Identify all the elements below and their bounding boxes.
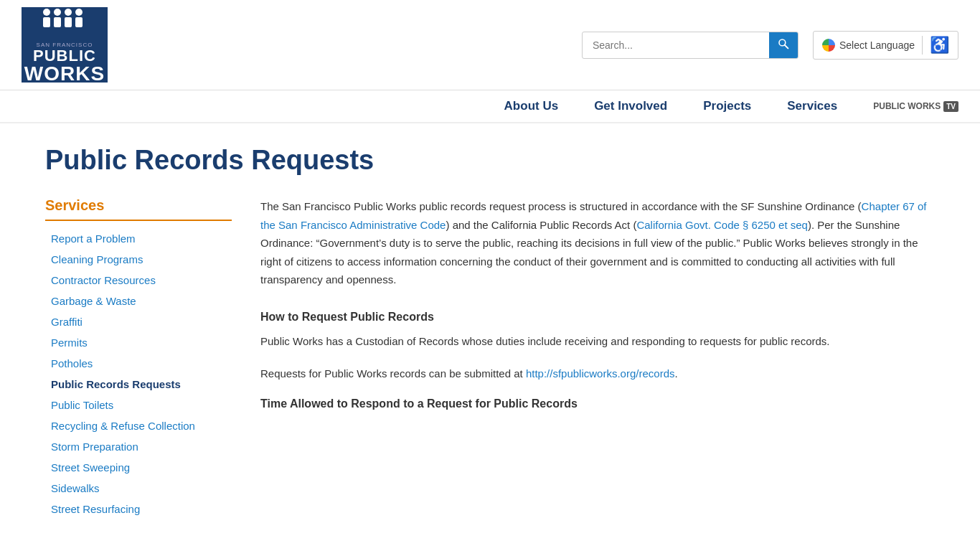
nav-get-involved[interactable]: Get Involved [594,99,667,113]
svg-rect-6 [65,17,72,27]
svg-rect-5 [54,17,61,27]
svg-rect-7 [75,17,83,27]
pw-tv-box: TV [943,101,958,112]
svg-point-3 [75,9,83,16]
sidebar-item-storm-preparation[interactable]: Storm Preparation [45,436,232,457]
section2-heading: Time Allowed to Respond to a Request for… [260,397,935,410]
google-icon [822,39,835,52]
svg-point-2 [65,9,72,16]
link-chapter-67[interactable]: Chapter 67 of the San Francisco Administ… [260,200,927,231]
logo-area: SAN FRANCISCO PUBLIC WORKS [22,7,108,83]
page-content: Public Records Requests Services Report … [24,123,956,541]
section1-heading: How to Request Public Records [260,311,935,324]
sidebar-item-permits[interactable]: Permits [45,332,232,353]
link-sfpublicworks-records[interactable]: http://sfpublicworks.org/records [526,367,675,380]
sidebar-item-report-a-problem[interactable]: Report a Problem [45,228,232,249]
main-content: The San Francisco Public Works public re… [260,197,935,519]
sidebar-item-potholes[interactable]: Potholes [45,353,232,374]
header: SAN FRANCISCO PUBLIC WORKS Select Langua… [0,0,980,90]
search-button[interactable] [769,32,798,58]
select-language-button[interactable]: Select Language ♿ [813,31,958,60]
sidebar-item-garbage-waste[interactable]: Garbage & Waste [45,291,232,311]
sidebar: Services Report a Problem Cleaning Progr… [45,197,232,519]
svg-line-9 [785,44,788,48]
section1-body1: Public Works has a Custodian of Records … [260,332,935,351]
svg-rect-4 [43,17,50,27]
svg-point-0 [43,9,50,16]
search-input[interactable] [583,34,769,57]
logo-works-text: WORKS [24,64,105,84]
logo[interactable]: SAN FRANCISCO PUBLIC WORKS [22,7,108,83]
sidebar-item-recycling-refuse[interactable]: Recycling & Refuse Collection [45,415,232,436]
sidebar-item-street-sweeping[interactable]: Street Sweeping [45,457,232,478]
header-right: Select Language ♿ [582,31,958,60]
sidebar-item-sidewalks[interactable]: Sidewalks [45,478,232,499]
sidebar-item-contractor-resources[interactable]: Contractor Resources [45,270,232,291]
pw-tv-label: PUBLIC WORKS [873,101,941,111]
nav-services[interactable]: Services [787,99,837,113]
nav-projects[interactable]: Projects [703,99,751,113]
sidebar-item-public-toilets[interactable]: Public Toilets [45,395,232,415]
svg-point-1 [54,9,61,16]
nav: About Us Get Involved Projects Services … [0,90,980,123]
sidebar-item-street-resurfacing[interactable]: Street Resurfacing [45,499,232,519]
logo-icon [39,6,90,39]
intro-paragraph: The San Francisco Public Works public re… [260,197,935,289]
main-layout: Services Report a Problem Cleaning Progr… [45,197,935,519]
accessibility-icon: ♿ [922,36,949,55]
public-works-tv[interactable]: PUBLIC WORKS TV [873,101,958,112]
section1-body2: Requests for Public Works records can be… [260,364,935,383]
select-language-label: Select Language [839,39,915,51]
section-how-to-request: How to Request Public Records Public Wor… [260,311,935,383]
sidebar-item-cleaning-programs[interactable]: Cleaning Programs [45,249,232,270]
nav-about-us[interactable]: About Us [504,99,559,113]
search-bar [582,32,798,59]
sidebar-heading: Services [45,197,232,221]
link-ca-govt-code[interactable]: California Govt. Code § 6250 et seq [636,219,807,231]
logo-public-text: PUBLIC [33,48,96,64]
sidebar-item-graffiti[interactable]: Graffiti [45,311,232,332]
sidebar-item-public-records-requests[interactable]: Public Records Requests [45,374,232,395]
page-title: Public Records Requests [45,145,935,176]
section-time-allowed: Time Allowed to Respond to a Request for… [260,397,935,410]
